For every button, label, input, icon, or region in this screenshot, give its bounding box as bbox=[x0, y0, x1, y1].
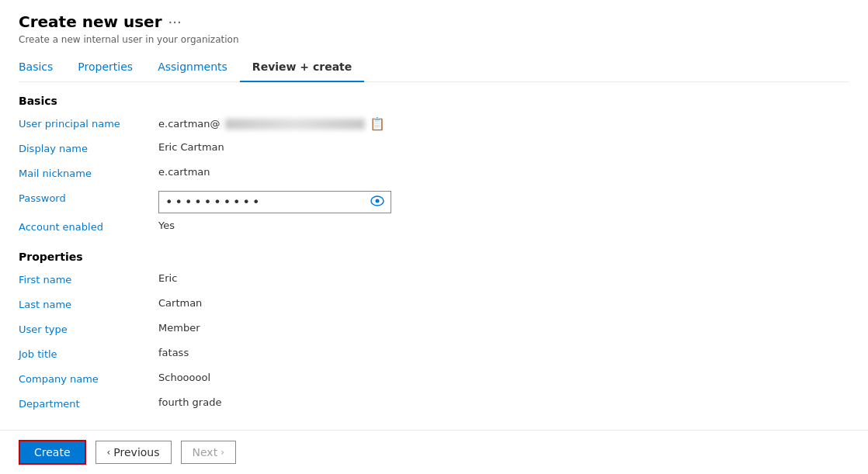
field-value-password: •••••••••• bbox=[158, 191, 391, 213]
next-chevron-icon: › bbox=[220, 447, 224, 458]
properties-section-title: Properties bbox=[19, 251, 849, 263]
field-value-mail-nickname: e.cartman bbox=[158, 166, 210, 178]
field-label-user-type: User type bbox=[19, 322, 158, 335]
field-label-first-name: First name bbox=[19, 272, 158, 285]
page-title: Create new user bbox=[19, 12, 162, 31]
next-label: Next bbox=[193, 446, 218, 458]
password-box: •••••••••• bbox=[158, 191, 391, 213]
field-label-upn: User principal name bbox=[19, 116, 158, 130]
tab-basics[interactable]: Basics bbox=[19, 54, 65, 82]
basics-section-title: Basics bbox=[19, 95, 849, 107]
copy-icon[interactable]: 📋 bbox=[370, 116, 385, 131]
field-user-type: User type Member bbox=[19, 322, 849, 341]
field-value-upn: e.cartman@ 📋 bbox=[158, 116, 385, 131]
tab-bar: Basics Properties Assignments Review + c… bbox=[19, 54, 849, 82]
field-label-account-enabled: Account enabled bbox=[19, 220, 158, 233]
field-account-enabled: Account enabled Yes bbox=[19, 220, 849, 238]
field-upn: User principal name e.cartman@ 📋 bbox=[19, 116, 849, 135]
field-label-password: Password bbox=[19, 191, 158, 204]
create-button[interactable]: Create bbox=[19, 440, 86, 465]
field-department: Department fourth grade bbox=[19, 396, 849, 415]
page-header: Create new user ··· Create a new interna… bbox=[0, 0, 868, 82]
field-label-department: Department bbox=[19, 396, 158, 410]
svg-point-1 bbox=[376, 199, 380, 203]
field-password: Password •••••••••• bbox=[19, 191, 849, 213]
tab-review-create[interactable]: Review + create bbox=[240, 54, 364, 82]
field-first-name: First name Eric bbox=[19, 272, 849, 291]
main-content: Basics User principal name e.cartman@ 📋 … bbox=[0, 82, 868, 430]
field-value-department: fourth grade bbox=[158, 396, 221, 408]
field-mail-nickname: Mail nickname e.cartman bbox=[19, 166, 849, 185]
more-options-icon[interactable]: ··· bbox=[168, 14, 182, 30]
field-value-company-name: Schoooool bbox=[158, 372, 210, 383]
field-value-job-title: fatass bbox=[158, 347, 189, 358]
tab-properties[interactable]: Properties bbox=[65, 54, 145, 82]
password-dots: •••••••••• bbox=[165, 195, 262, 209]
upn-text: e.cartman@ bbox=[158, 118, 220, 130]
page-subtitle: Create a new internal user in your organ… bbox=[19, 34, 849, 45]
footer: Create ‹ Previous Next › bbox=[0, 430, 868, 474]
field-value-account-enabled: Yes bbox=[158, 220, 175, 231]
field-label-display-name: Display name bbox=[19, 141, 158, 154]
field-label-company-name: Company name bbox=[19, 372, 158, 385]
upn-domain-blurred bbox=[225, 119, 365, 130]
field-label-job-title: Job title bbox=[19, 347, 158, 360]
next-button[interactable]: Next › bbox=[181, 441, 236, 464]
field-value-first-name: Eric bbox=[158, 272, 177, 284]
previous-label: Previous bbox=[113, 446, 159, 458]
field-value-user-type: Member bbox=[158, 322, 200, 334]
show-password-icon[interactable] bbox=[370, 195, 384, 209]
field-display-name: Display name Eric Cartman bbox=[19, 141, 849, 160]
field-label-last-name: Last name bbox=[19, 297, 158, 310]
field-label-mail-nickname: Mail nickname bbox=[19, 166, 158, 179]
field-company-name: Company name Schoooool bbox=[19, 372, 849, 390]
field-job-title: Job title fatass bbox=[19, 347, 849, 365]
tab-assignments[interactable]: Assignments bbox=[145, 54, 240, 82]
previous-chevron-icon: ‹ bbox=[107, 447, 111, 458]
field-value-display-name: Eric Cartman bbox=[158, 141, 224, 153]
previous-button[interactable]: ‹ Previous bbox=[95, 441, 172, 464]
field-last-name: Last name Cartman bbox=[19, 297, 849, 316]
field-value-last-name: Cartman bbox=[158, 297, 202, 309]
